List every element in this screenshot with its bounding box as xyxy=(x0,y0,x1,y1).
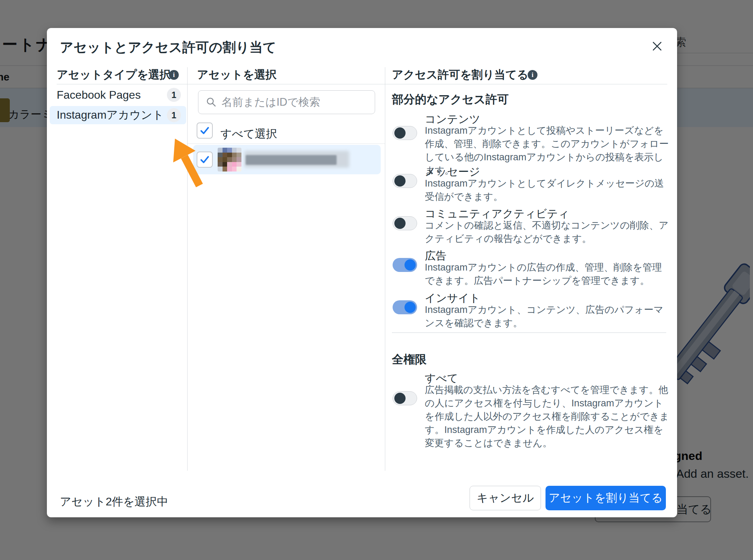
permission-description: Instagramアカウントとしてダイレクトメッセージの送受信ができます。 xyxy=(425,177,670,203)
asset-list-divider xyxy=(188,144,385,144)
asset-type-info-icon[interactable]: i xyxy=(169,70,179,80)
permission-toggle-insights[interactable] xyxy=(393,300,417,314)
close-icon xyxy=(652,41,662,51)
toggle-knob xyxy=(394,218,406,229)
permission-description: Instagramアカウント、コンテンツ、広告のパフォーマンスを確認できます。 xyxy=(425,303,670,330)
column-header-asset-type: アセットタイプを選択 xyxy=(57,67,171,83)
partial-permissions-title: 部分的なアクセス許可 xyxy=(392,92,509,107)
assign-button[interactable]: アセットを割り当てる xyxy=(546,486,666,510)
asset-type-item-facebook-pages[interactable]: Facebook Pages 1 xyxy=(50,86,186,104)
modal-title: アセットとアクセス許可の割り当て xyxy=(60,38,276,56)
column-header-assets: アセットを選択 xyxy=(197,67,277,83)
full-permissions-title: 全権限 xyxy=(392,352,427,368)
toggle-knob xyxy=(404,302,416,313)
asset-search-box xyxy=(198,90,375,114)
permissions-info-icon[interactable]: i xyxy=(528,70,537,80)
permission-description: 広告掲載の支払い方法を含むすべてを管理できます。他の人にアクセス権を付与したり、… xyxy=(425,383,670,450)
count-badge: 1 xyxy=(167,88,181,102)
asset-type-item-instagram[interactable]: Instagramアカウント 1 xyxy=(50,106,186,124)
assign-assets-modal: アセットとアクセス許可の割り当て アセットタイプを選択 i アセットを選択 アク… xyxy=(47,28,677,517)
header-divider xyxy=(57,84,667,84)
permission-toggle-ads[interactable] xyxy=(393,258,417,272)
asset-list-item[interactable] xyxy=(193,145,381,174)
asset-type-label: Instagramアカウント xyxy=(57,107,164,123)
search-icon xyxy=(206,97,217,107)
footer-selection-summary: アセット2件を選択中 xyxy=(60,494,168,510)
arrow-shaft xyxy=(181,155,203,187)
permission-toggle-community[interactable] xyxy=(393,216,417,230)
search-input[interactable] xyxy=(221,96,375,108)
toggle-knob xyxy=(394,175,406,187)
page: ートナー 検索 ne カラーミー gned . Add an asset. アセ… xyxy=(0,0,753,560)
select-all-label: すべて選択 xyxy=(220,126,277,142)
asset-name-redacted xyxy=(246,155,337,165)
annotation-arrow-icon xyxy=(159,133,208,191)
permission-description: Instagramアカウントの広告の作成、管理、削除を管理できます。広告パートナ… xyxy=(425,261,670,287)
column-header-permissions: アクセス許可を割り当てる xyxy=(392,67,528,83)
permission-toggle-everything[interactable] xyxy=(393,391,417,405)
toggle-knob xyxy=(394,127,406,139)
column-divider-2 xyxy=(385,67,385,471)
asset-avatar xyxy=(218,148,241,172)
toggle-knob xyxy=(404,259,416,271)
cancel-button[interactable]: キャンセル xyxy=(470,486,541,510)
permission-description: コメントの確認と返信、不適切なコンテンツの削除、アクティビティの報告などができま… xyxy=(425,219,670,245)
column-divider-1 xyxy=(187,67,188,471)
toggle-knob xyxy=(394,393,406,404)
close-button[interactable] xyxy=(648,37,666,55)
permission-toggle-messages[interactable] xyxy=(393,174,417,188)
permission-toggle-content[interactable] xyxy=(393,126,417,140)
permissions-section-divider xyxy=(392,332,666,333)
count-badge: 1 xyxy=(167,108,181,122)
asset-type-label: Facebook Pages xyxy=(57,89,141,102)
